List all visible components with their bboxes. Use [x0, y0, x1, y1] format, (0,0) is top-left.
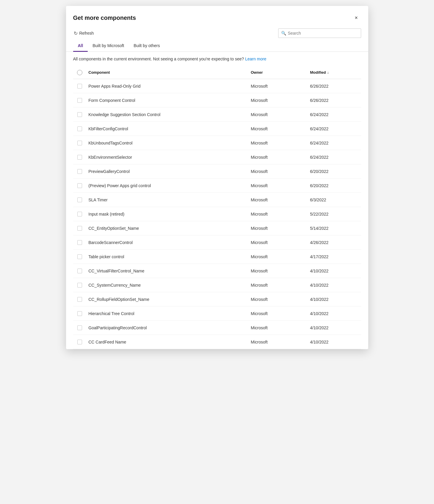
- row-checkbox[interactable]: [77, 212, 82, 216]
- row-checkbox-col: [73, 166, 86, 177]
- row-checkbox-col: [73, 123, 86, 134]
- tab-built-by-others[interactable]: Built by others: [129, 40, 165, 52]
- row-checkbox[interactable]: [77, 240, 82, 245]
- table-row[interactable]: KbEnvironmentSelector Microsoft 6/24/202…: [73, 150, 361, 164]
- cell-component: GoalParticipatingRecordControl: [86, 322, 249, 333]
- cell-owner: Microsoft: [249, 95, 308, 106]
- table-header: Component Owner Modified ↓: [73, 66, 361, 79]
- table-row[interactable]: CC_VirtualFilterControl_Name Microsoft 4…: [73, 264, 361, 278]
- cell-modified: 6/20/2022: [308, 166, 361, 177]
- cell-owner: Microsoft: [249, 195, 308, 205]
- cell-owner: Microsoft: [249, 209, 308, 219]
- select-all-checkbox[interactable]: [77, 70, 82, 75]
- row-checkbox-col: [73, 237, 86, 248]
- table-row[interactable]: Knowledge Suggestion Section Control Mic…: [73, 107, 361, 122]
- column-header-owner: Owner: [249, 68, 308, 76]
- search-icon: 🔍: [281, 31, 286, 36]
- search-input[interactable]: [278, 28, 361, 38]
- table-row[interactable]: Form Component Control Microsoft 6/26/20…: [73, 93, 361, 107]
- row-checkbox[interactable]: [77, 325, 82, 330]
- cell-modified: 4/10/2022: [308, 322, 361, 333]
- table-row[interactable]: PreviewGalleryControl Microsoft 6/20/202…: [73, 164, 361, 179]
- info-bar: All components in the current environmen…: [66, 52, 368, 66]
- get-more-components-dialog: Get more components × ↻ Refresh 🔍 All Bu…: [66, 6, 368, 349]
- row-checkbox-col: [73, 138, 86, 148]
- refresh-icon: ↻: [74, 31, 78, 36]
- row-checkbox[interactable]: [77, 269, 82, 273]
- cell-owner: Microsoft: [249, 237, 308, 248]
- tabs: All Built by Microsoft Built by others: [66, 40, 368, 52]
- cell-modified: 4/10/2022: [308, 308, 361, 319]
- refresh-button[interactable]: ↻ Refresh: [71, 29, 97, 38]
- cell-component: (Preview) Power Apps grid control: [86, 180, 249, 191]
- row-checkbox[interactable]: [77, 84, 82, 89]
- table-row[interactable]: GoalParticipatingRecordControl Microsoft…: [73, 321, 361, 335]
- row-checkbox[interactable]: [77, 283, 82, 288]
- row-checkbox[interactable]: [77, 254, 82, 259]
- row-checkbox-col: [73, 294, 86, 305]
- cell-owner: Microsoft: [249, 123, 308, 134]
- row-checkbox[interactable]: [77, 126, 82, 131]
- table-row[interactable]: CC_SystemCurrency_Name Microsoft 4/10/20…: [73, 278, 361, 292]
- refresh-label: Refresh: [79, 31, 94, 36]
- row-checkbox[interactable]: [77, 183, 82, 188]
- table-row[interactable]: KbFilterConfigControl Microsoft 6/24/202…: [73, 122, 361, 136]
- table-row[interactable]: Power Apps Read-Only Grid Microsoft 6/26…: [73, 79, 361, 93]
- table-row[interactable]: Input mask (retired) Microsoft 5/22/2022: [73, 207, 361, 221]
- header-checkbox-col: [73, 70, 86, 75]
- table-body: Power Apps Read-Only Grid Microsoft 6/26…: [73, 79, 361, 349]
- cell-owner: Microsoft: [249, 138, 308, 148]
- row-checkbox[interactable]: [77, 155, 82, 160]
- row-checkbox-col: [73, 337, 86, 347]
- row-checkbox[interactable]: [77, 169, 82, 174]
- cell-component: Table picker control: [86, 251, 249, 262]
- table-row[interactable]: CC CardFeed Name Microsoft 4/10/2022: [73, 335, 361, 349]
- row-checkbox[interactable]: [77, 141, 82, 145]
- cell-owner: Microsoft: [249, 308, 308, 319]
- cell-modified: 5/14/2022: [308, 223, 361, 234]
- search-container: 🔍: [278, 28, 361, 38]
- table-row[interactable]: SLA Timer Microsoft 6/3/2022: [73, 193, 361, 207]
- table-row[interactable]: Table picker control Microsoft 4/17/2022: [73, 250, 361, 264]
- cell-owner: Microsoft: [249, 81, 308, 92]
- cell-component: KbUnboundTagsControl: [86, 138, 249, 148]
- table-row[interactable]: BarcodeScannerControl Microsoft 4/26/202…: [73, 235, 361, 250]
- table-row[interactable]: (Preview) Power Apps grid control Micros…: [73, 179, 361, 193]
- cell-owner: Microsoft: [249, 180, 308, 191]
- cell-modified: 6/24/2022: [308, 138, 361, 148]
- cell-owner: Microsoft: [249, 251, 308, 262]
- learn-more-link[interactable]: Learn more: [245, 57, 266, 61]
- cell-component: CC_EntityOptionSet_Name: [86, 223, 249, 234]
- cell-owner: Microsoft: [249, 266, 308, 276]
- cell-modified: 5/22/2022: [308, 209, 361, 219]
- row-checkbox-col: [73, 308, 86, 319]
- table-row[interactable]: CC_RollupFieldOptionSet_Name Microsoft 4…: [73, 292, 361, 306]
- column-header-modified[interactable]: Modified ↓: [308, 68, 361, 76]
- row-checkbox-col: [73, 251, 86, 262]
- table-row[interactable]: Hierarchical Tree Control Microsoft 4/10…: [73, 306, 361, 321]
- row-checkbox[interactable]: [77, 340, 82, 344]
- cell-owner: Microsoft: [249, 337, 308, 347]
- close-button[interactable]: ×: [352, 13, 361, 23]
- cell-owner: Microsoft: [249, 166, 308, 177]
- cell-component: Hierarchical Tree Control: [86, 308, 249, 319]
- cell-component: KbEnvironmentSelector: [86, 152, 249, 163]
- row-checkbox[interactable]: [77, 98, 82, 103]
- row-checkbox-col: [73, 81, 86, 92]
- row-checkbox[interactable]: [77, 112, 82, 117]
- row-checkbox[interactable]: [77, 311, 82, 316]
- row-checkbox-col: [73, 95, 86, 106]
- row-checkbox-col: [73, 266, 86, 276]
- cell-modified: 4/26/2022: [308, 237, 361, 248]
- row-checkbox-col: [73, 180, 86, 191]
- tab-built-by-microsoft[interactable]: Built by Microsoft: [88, 40, 129, 52]
- row-checkbox[interactable]: [77, 297, 82, 302]
- table-row[interactable]: CC_EntityOptionSet_Name Microsoft 5/14/2…: [73, 221, 361, 235]
- row-checkbox-col: [73, 152, 86, 163]
- row-checkbox[interactable]: [77, 226, 82, 231]
- table-row[interactable]: KbUnboundTagsControl Microsoft 6/24/2022: [73, 136, 361, 150]
- tab-all[interactable]: All: [73, 40, 88, 52]
- cell-owner: Microsoft: [249, 152, 308, 163]
- cell-modified: 6/26/2022: [308, 95, 361, 106]
- row-checkbox[interactable]: [77, 198, 82, 202]
